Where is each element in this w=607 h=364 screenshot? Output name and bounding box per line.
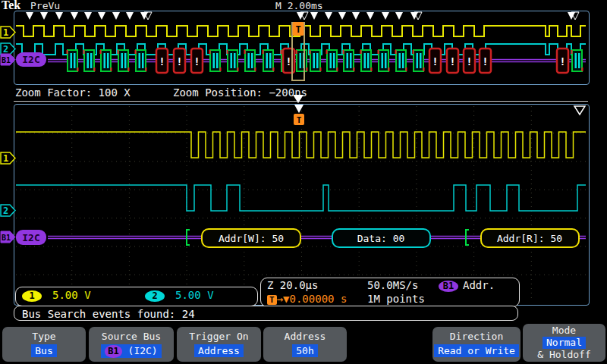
- menu-direction-label: Direction: [432, 330, 521, 343]
- menu-mode-value2: & Holdoff: [523, 349, 605, 361]
- svg-text:!: !: [482, 55, 488, 67]
- svg-text:!: !: [559, 55, 565, 67]
- overview-waveforms: !!!!!!!!!: [16, 12, 586, 73]
- bus-trigger-mode: Addr.: [463, 279, 495, 291]
- overview-ch1-badge: 1: [0, 26, 17, 39]
- trigger-point-icon: [294, 105, 304, 113]
- menu-mode-value: Normal: [543, 337, 586, 349]
- menu-trigger-on-button[interactable]: Trigger On Address: [177, 327, 261, 362]
- i2c-bus-label: I2C: [22, 54, 39, 65]
- menu-direction-value: Read or Write: [434, 344, 519, 357]
- menu-mode-button[interactable]: Mode Normal & Holdoff: [523, 324, 605, 362]
- trigger-time-group: T→▼0.00000 s: [267, 293, 347, 305]
- svg-text:!: !: [432, 55, 438, 67]
- svg-text:!: !: [159, 55, 165, 67]
- menu-address-label: Address: [263, 330, 347, 343]
- trigger-arrow-icon: →▼: [277, 293, 290, 305]
- oscilloscope-screen: Tek PreVu M 2.00ms !!!!!!!!! T I2C 1 2 B…: [0, 0, 607, 364]
- i2c-addr-read-label: Addr[R]: 50: [497, 233, 562, 244]
- menu-type-button[interactable]: Type Bus: [2, 327, 86, 362]
- menu-mode-label: Mode: [523, 325, 605, 337]
- timing-readout: Z 20.0µs 50.0MS/s B1 Addr. T→▼0.00000 s …: [260, 278, 520, 307]
- menu-type-label: Type: [2, 330, 86, 343]
- zoom-scale: Z 20.0µs: [267, 279, 318, 291]
- zoom-bus-badge: B1: [0, 231, 17, 243]
- i2c-data-label: Data: 00: [357, 233, 405, 244]
- zoom-position-readout: Zoom Position: −200ns: [173, 86, 307, 99]
- trigger-t-icon: T: [267, 295, 277, 305]
- i2c-start-bracket: [187, 230, 190, 245]
- trigger-position-marker: [293, 95, 304, 103]
- menu-source-bus-value: B1 (I2C): [101, 344, 161, 358]
- menu-type-value: Bus: [31, 344, 56, 357]
- ch1-badge: 1: [22, 290, 42, 302]
- event-marker-icon: [574, 106, 585, 115]
- svg-text:1: 1: [3, 27, 8, 38]
- record-length: 1M points: [367, 293, 425, 305]
- svg-text:!: !: [466, 55, 472, 67]
- svg-text:!: !: [449, 55, 455, 67]
- trigger-time: 0.00000 s: [289, 293, 347, 305]
- i2c-bus-label: I2C: [22, 232, 39, 243]
- overview-svg: !!!!!!!!! T I2C: [14, 11, 587, 83]
- trigger-flag-label: T: [297, 115, 302, 125]
- zoom-window: T I2C Addr[W]: 50 Data: 00 Addr[R]: 50: [14, 104, 590, 306]
- bus-badge: B1: [439, 281, 458, 292]
- zoom-static: T I2C Addr[W]: 50 Data: 00 Addr[R]: 50: [16, 105, 585, 247]
- sample-rate: 50.0MS/s: [367, 279, 418, 291]
- zoom-factor-readout: Zoom Factor: 100 X: [15, 86, 131, 99]
- timebase-readout: M 2.00ms: [275, 0, 323, 11]
- svg-text:B1: B1: [2, 56, 11, 64]
- b1-badge: B1: [105, 345, 121, 358]
- svg-text:!: !: [285, 55, 291, 67]
- zoom-ch1-badge: 1: [0, 152, 17, 165]
- svg-text:B1: B1: [2, 234, 11, 242]
- menu-address-value: 50h: [292, 344, 317, 357]
- overview-bus-badge: B1: [0, 53, 17, 66]
- menu-address-button[interactable]: Address 50h: [263, 327, 347, 362]
- svg-text:!: !: [193, 55, 200, 67]
- menu-direction-button[interactable]: Direction Read or Write: [432, 327, 521, 362]
- acquisition-status: PreVu: [30, 0, 60, 11]
- channel-scale-readout: 1 5.00 V 2 5.00 V: [15, 287, 258, 306]
- menu-source-bus-button[interactable]: Source Bus B1 (I2C): [89, 327, 174, 362]
- bus-search-result-bar: Bus Search events found: 24: [14, 306, 518, 321]
- menu-source-bus-label: Source Bus: [89, 330, 174, 343]
- trigger-flag-label: T: [295, 24, 300, 35]
- ch1-scale: 5.00 V: [52, 289, 91, 301]
- svg-text:!: !: [176, 55, 182, 67]
- svg-text:2: 2: [3, 206, 8, 216]
- zoom-waveforms: [16, 106, 586, 302]
- i2c-repeat-start-bracket: [466, 230, 469, 245]
- i2c-addr-write-label: Addr[W]: 50: [219, 233, 284, 244]
- svg-text:1: 1: [3, 153, 8, 164]
- menu-trigger-on-value: Address: [194, 344, 244, 357]
- menu-trigger-on-label: Trigger On: [177, 330, 261, 343]
- zoom-ch2-badge: 2: [0, 204, 17, 217]
- zoom-svg: T I2C Addr[W]: 50 Data: 00 Addr[R]: 50: [14, 105, 587, 303]
- overview-window: !!!!!!!!! T I2C: [14, 11, 590, 85]
- ch2-scale: 5.00 V: [175, 289, 214, 301]
- ch2-badge: 2: [145, 290, 165, 302]
